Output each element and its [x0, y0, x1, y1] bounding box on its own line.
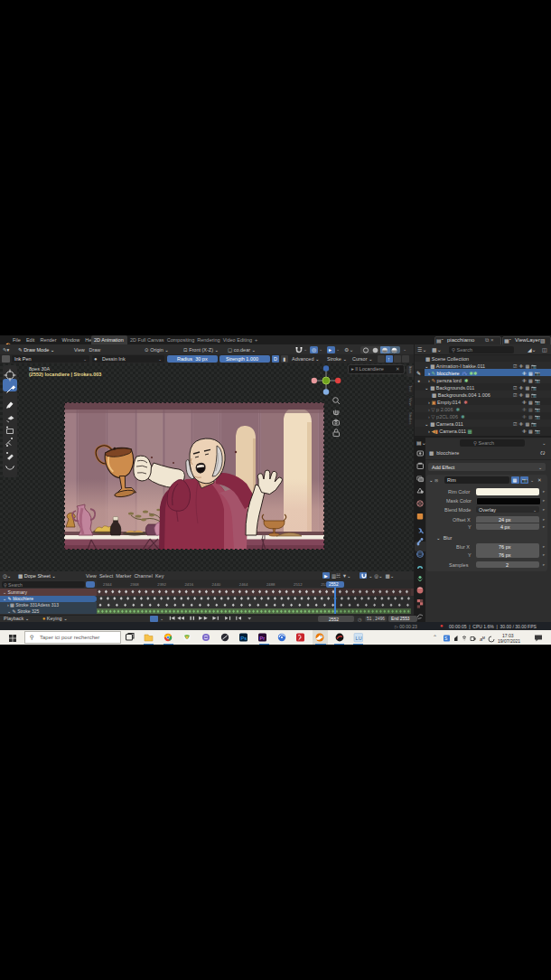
svg-text:Pr: Pr [259, 636, 265, 641]
svg-text:𝑎ᴹ: 𝑎ᴹ [480, 636, 485, 641]
svg-text:LU: LU [356, 636, 362, 641]
svg-text:Ps: Ps [240, 636, 247, 641]
